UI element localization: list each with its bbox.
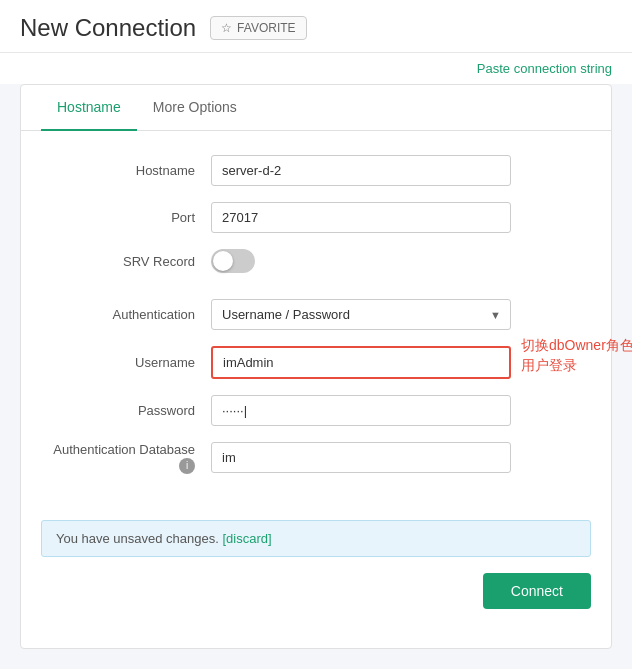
hostname-row: Hostname (51, 155, 581, 186)
hostname-label: Hostname (51, 163, 211, 178)
discard-link[interactable]: [discard] (223, 531, 272, 546)
tabs-row: Hostname More Options (21, 85, 611, 131)
connect-button[interactable]: Connect (483, 573, 591, 609)
srv-toggle[interactable] (211, 249, 255, 273)
auth-db-row: Authentication Database i (51, 442, 581, 474)
form-body: Hostname Port SRV Record Authentication … (21, 131, 611, 510)
unsaved-message: You have unsaved changes. (56, 531, 223, 546)
tab-more-options[interactable]: More Options (137, 85, 253, 131)
page-header: New Connection ☆ FAVORITE (0, 0, 632, 53)
port-input[interactable] (211, 202, 511, 233)
auth-select-wrap: None Username / Password SCRAM-SHA-256 X… (211, 299, 511, 330)
page-title: New Connection (20, 14, 196, 42)
hostname-input[interactable] (211, 155, 511, 186)
main-card: Hostname More Options Hostname Port SRV … (20, 84, 612, 649)
password-label: Password (51, 403, 211, 418)
username-input[interactable] (211, 346, 511, 379)
username-label: Username (51, 355, 211, 370)
favorite-label: FAVORITE (237, 21, 295, 35)
paste-link-row: Paste connection string (0, 53, 632, 84)
password-row: Password (51, 395, 581, 426)
port-label: Port (51, 210, 211, 225)
srv-label: SRV Record (51, 254, 211, 269)
username-annotation-box: 切换dbOwner角色的 用户登录 (211, 346, 581, 379)
unsaved-banner: You have unsaved changes. [discard] (41, 520, 591, 557)
footer-row: Connect (21, 573, 611, 629)
tab-hostname[interactable]: Hostname (41, 85, 137, 131)
srv-row: SRV Record (51, 249, 581, 273)
srv-toggle-wrap (211, 249, 255, 273)
port-row: Port (51, 202, 581, 233)
info-icon[interactable]: i (179, 458, 195, 474)
paste-connection-string-link[interactable]: Paste connection string (477, 61, 612, 76)
favorite-button[interactable]: ☆ FAVORITE (210, 16, 306, 40)
auth-label: Authentication (51, 307, 211, 322)
auth-db-label: Authentication Database i (51, 442, 211, 474)
star-icon: ☆ (221, 21, 232, 35)
username-row: Username 切换dbOwner角色的 用户登录 (51, 346, 581, 379)
auth-db-input[interactable] (211, 442, 511, 473)
auth-row: Authentication None Username / Password … (51, 299, 581, 330)
auth-select[interactable]: None Username / Password SCRAM-SHA-256 X… (211, 299, 511, 330)
annotation-text: 切换dbOwner角色的 用户登录 (521, 336, 632, 375)
password-input[interactable] (211, 395, 511, 426)
